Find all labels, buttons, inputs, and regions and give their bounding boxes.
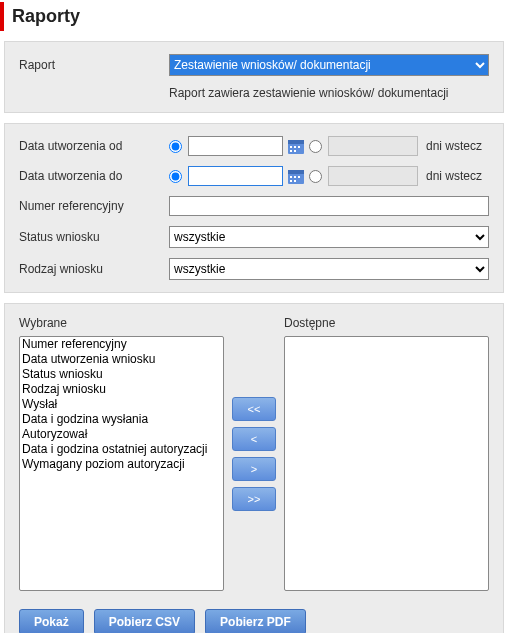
- list-item[interactable]: Status wniosku: [20, 367, 223, 382]
- type-select[interactable]: wszystkie: [169, 258, 489, 280]
- svg-rect-9: [290, 176, 292, 178]
- list-item[interactable]: Numer referencyjny: [20, 337, 223, 352]
- list-item[interactable]: Wysłał: [20, 397, 223, 412]
- show-button[interactable]: Pokaż: [19, 609, 84, 633]
- move-left-button[interactable]: <: [232, 427, 276, 451]
- svg-rect-2: [290, 146, 292, 148]
- list-item[interactable]: Autoryzował: [20, 427, 223, 442]
- list-item[interactable]: Data i godzina ostatniej autoryzacji: [20, 442, 223, 457]
- date-from-suffix: dni wstecz: [426, 139, 482, 153]
- report-panel: Raport Zestawienie wniosków/ dokumentacj…: [4, 41, 504, 113]
- list-item[interactable]: Wymagany poziom autoryzacji: [20, 457, 223, 472]
- available-columns-label: Dostępne: [284, 316, 489, 330]
- download-csv-button[interactable]: Pobierz CSV: [94, 609, 195, 633]
- svg-rect-5: [290, 150, 292, 152]
- date-from-days-input[interactable]: [328, 136, 418, 156]
- svg-rect-4: [298, 146, 300, 148]
- report-select[interactable]: Zestawienie wniosków/ dokumentacji: [169, 54, 489, 76]
- svg-rect-12: [290, 180, 292, 182]
- date-from-label: Data utworzenia od: [19, 139, 169, 153]
- svg-rect-13: [294, 180, 296, 182]
- svg-rect-6: [294, 150, 296, 152]
- date-to-suffix: dni wstecz: [426, 169, 482, 183]
- date-to-label: Data utworzenia do: [19, 169, 169, 183]
- list-item[interactable]: Data i godzina wysłania: [20, 412, 223, 427]
- date-to-input[interactable]: [188, 166, 283, 186]
- date-from-radio-days[interactable]: [309, 140, 322, 153]
- refno-input[interactable]: [169, 196, 489, 216]
- svg-rect-10: [294, 176, 296, 178]
- list-item[interactable]: Data utworzenia wniosku: [20, 352, 223, 367]
- status-label: Status wniosku: [19, 230, 169, 244]
- calendar-icon[interactable]: [287, 167, 305, 185]
- selected-columns-label: Wybrane: [19, 316, 224, 330]
- page-title: Raporty: [0, 2, 508, 31]
- list-item[interactable]: Rodzaj wniosku: [20, 382, 223, 397]
- date-from-radio-date[interactable]: [169, 140, 182, 153]
- status-select[interactable]: wszystkie: [169, 226, 489, 248]
- move-right-button[interactable]: >: [232, 457, 276, 481]
- date-to-days-input[interactable]: [328, 166, 418, 186]
- date-to-radio-date[interactable]: [169, 170, 182, 183]
- report-label: Raport: [19, 58, 169, 72]
- filters-panel: Data utworzenia od dni wstecz Data utwor…: [4, 123, 504, 293]
- svg-rect-8: [288, 170, 304, 174]
- download-pdf-button[interactable]: Pobierz PDF: [205, 609, 306, 633]
- available-columns-list[interactable]: [284, 336, 489, 591]
- calendar-icon[interactable]: [287, 137, 305, 155]
- move-all-left-button[interactable]: <<: [232, 397, 276, 421]
- report-description: Raport zawiera zestawienie wniosków/ dok…: [169, 86, 489, 100]
- date-to-radio-days[interactable]: [309, 170, 322, 183]
- svg-rect-1: [288, 140, 304, 144]
- refno-label: Numer referencyjny: [19, 199, 169, 213]
- move-all-right-button[interactable]: >>: [232, 487, 276, 511]
- selected-columns-list[interactable]: Numer referencyjnyData utworzenia wniosk…: [19, 336, 224, 591]
- type-label: Rodzaj wniosku: [19, 262, 169, 276]
- svg-rect-3: [294, 146, 296, 148]
- date-from-input[interactable]: [188, 136, 283, 156]
- columns-panel: Wybrane Numer referencyjnyData utworzeni…: [4, 303, 504, 633]
- svg-rect-11: [298, 176, 300, 178]
